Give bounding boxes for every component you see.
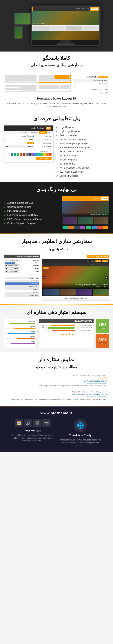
cat-select-videos[interactable]: Disabled [5, 267, 19, 270]
sidebar-option-slider1[interactable]: Slider 1 [5, 288, 39, 290]
result-2-title[interactable]: self adipiscing my sem inpicket | Sahifa [6, 393, 107, 396]
color-post-3 [63, 217, 77, 224]
criteria-bar-fill-1 [51, 324, 75, 326]
panel-tab-nav[interactable]: Navigation [29, 131, 39, 134]
skin-dark[interactable] [74, 226, 80, 229]
skin-purple[interactable] [80, 226, 86, 229]
cat-select-tech[interactable]: Random Posts Slider 1 [5, 264, 19, 267]
layout-option-1[interactable] [38, 74, 71, 83]
feature-widgets: ✓ 35 Custom Widgets [56, 154, 109, 158]
slider-thumb-1[interactable] [93, 289, 109, 296]
slider-next[interactable]: ▶ [105, 276, 109, 279]
criteria-right-label-5: Design [5, 341, 35, 342]
color-swatch-darkblue[interactable] [11, 153, 13, 156]
small-devices [14, 13, 31, 39]
color-swatch-red[interactable] [49, 153, 52, 156]
panel-tab-footer[interactable]: Footer [21, 131, 29, 134]
slider-prev[interactable]: ◀ [43, 276, 46, 279]
category-row-business: Business Recent Posts [5, 259, 39, 261]
feature-templates: ✓ 8 Page Templates [56, 158, 109, 162]
slider-thumb-2[interactable] [76, 289, 92, 296]
panel-save-button[interactable]: Save Changes [36, 157, 52, 160]
color-swatch-gray[interactable] [25, 153, 28, 156]
layout-option-4[interactable] [4, 84, 37, 92]
panel-tab-logo[interactable]: Logo [47, 131, 53, 134]
layout-block [39, 75, 54, 79]
feature-label-9: 8 Page Templates [60, 158, 77, 161]
news-tab-scrolling[interactable]: Scrolling B... [86, 76, 98, 78]
layout-block [5, 88, 20, 90]
panel-upload-button[interactable]: Upload [27, 142, 34, 144]
panel-radio-image[interactable]: Image [22, 136, 29, 137]
feature-patterns: ✓ 23 Pre-Defined Patterns [56, 150, 109, 154]
layout-block [39, 85, 49, 89]
rating-criteria-row-3: Review Criteria 3 7.5 [40, 330, 92, 331]
color-preview: Sahifa Home Blog Breaking News Title Her… [62, 196, 109, 230]
panel-header: TiE Header Settings [4, 126, 53, 131]
panel-radio-text[interactable]: Text [29, 136, 34, 137]
skin-teal[interactable] [63, 226, 68, 229]
result-1-title[interactable]: Praesent adipiscing my ... [6, 380, 107, 382]
skin-red[interactable] [97, 226, 103, 229]
sidebar-option-recent2[interactable]: Recent Posts [5, 294, 39, 297]
sidebar-option-disabled2[interactable]: Disabled [5, 292, 39, 294]
settings-panel-preview: TiE Header Settings Logo Header Navigati… [4, 125, 53, 162]
monitor-wrapper: Sahifa Home Blog Gallery Featured Articl… [4, 4, 109, 48]
slider-thumb-3[interactable] [59, 289, 76, 296]
skin-orange[interactable] [103, 226, 109, 229]
cat-label-business: Business [33, 259, 39, 261]
phone-screen [15, 27, 22, 38]
slider-thumb-4[interactable] [43, 289, 59, 296]
panel-select-header[interactable]: Style 1 Style 2 [5, 145, 34, 148]
news-tab-active[interactable]: News Box [98, 76, 108, 78]
criteria-name-3: Review Criteria 3 [76, 330, 92, 331]
sidebar-option-random-active[interactable]: Random Posts [5, 282, 39, 285]
color-swatch-dark[interactable] [28, 153, 31, 156]
search-result-1: Jul 30, 2011 - Pellente, fames ac turge … [4, 373, 109, 389]
search-results-container: Jul 30, 2011 - Pellente, fames ac turge … [4, 372, 109, 402]
cat-select-business[interactable]: Recent Posts [5, 259, 19, 261]
sidebar-option-recent[interactable]: Recent Posts [5, 277, 39, 279]
color-swatch-green[interactable] [40, 153, 43, 156]
color-swatch-yellow[interactable] [43, 153, 46, 156]
layout-block [15, 79, 25, 82]
cat-select-sports-active[interactable]: Random Posts [5, 262, 15, 264]
rating-criteria-row-1: Review Criteria 1 8.0 [40, 324, 92, 326]
color-swatch-darkred[interactable] [22, 153, 25, 156]
criteria-right-bar-fill-5 [11, 343, 35, 344]
skin-blue[interactable] [92, 226, 97, 229]
color-swatch-orange[interactable] [46, 153, 49, 156]
star-search-title-1: نمایش ستاره دار [4, 356, 109, 364]
color-swatch-brown[interactable] [20, 153, 22, 156]
criteria-right-bar-fill-1 [10, 323, 35, 324]
color-swatch-purple[interactable] [31, 153, 34, 156]
category-input[interactable]: - - - - - [74, 85, 108, 88]
color-logo: Sahifa [101, 198, 108, 200]
image-icon: 🖼️ [15, 419, 23, 427]
panel-input-logo-text[interactable] [5, 138, 34, 141]
monitor-nav-item: Blog [82, 8, 84, 10]
monitor-nav-item: Home [86, 8, 89, 10]
monitor-content: Featured Article Title [32, 11, 100, 40]
skin-brown[interactable] [68, 226, 74, 229]
panel-tab-header[interactable]: Header [39, 131, 47, 134]
rating-great-label: GREAT! [99, 342, 106, 344]
layout-mini-2 [5, 79, 36, 82]
globe-icon: 🌐 [77, 422, 84, 429]
sidebar-option-disabled[interactable]: Disabled [5, 280, 39, 282]
color-swatch-teal[interactable] [37, 153, 40, 156]
criteria-right-bar-fill-2 [14, 328, 35, 329]
rating-layout: 86% GOOD! 86% GREAT! REVIEW OVERVIEW Rev… [4, 319, 109, 348]
skin-green[interactable] [86, 226, 91, 229]
color-swatch-darkteal[interactable] [14, 153, 16, 156]
posts-input[interactable]: 5 [100, 91, 108, 94]
layout-option-2[interactable] [4, 74, 37, 83]
layout-option-3[interactable] [38, 84, 71, 92]
color-swatch-blue[interactable] [34, 153, 37, 156]
sidebar-option-random-posts[interactable]: Random Posts [5, 285, 39, 288]
cat-select-world[interactable]: Recent Posts [5, 270, 19, 273]
criteria-right-bar-bg-2 [5, 328, 35, 329]
category-label: Box Category : [74, 83, 108, 85]
color-post-1 [94, 217, 109, 224]
color-swatch-darkgreen[interactable] [17, 153, 19, 156]
